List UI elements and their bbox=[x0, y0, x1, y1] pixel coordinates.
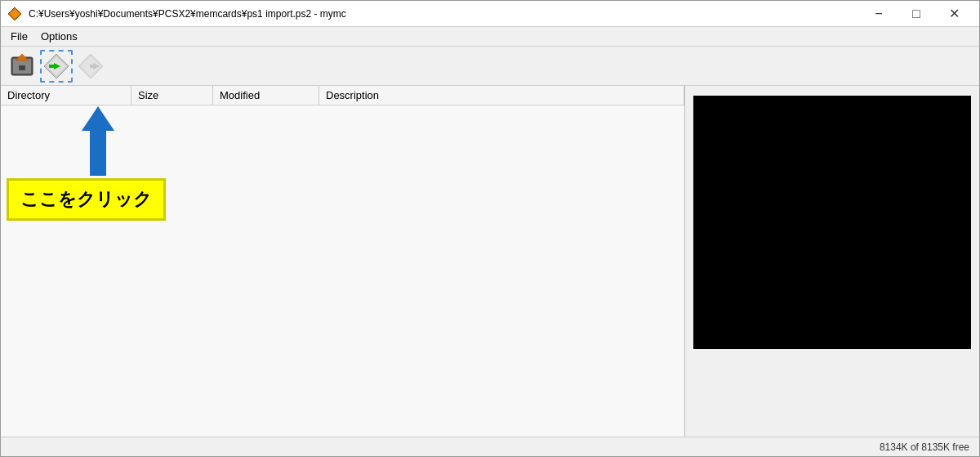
file-menu[interactable]: File bbox=[4, 29, 34, 44]
status-text: 8134K of 8135K free bbox=[880, 441, 969, 453]
list-panel: Directory Size Modified Description bbox=[1, 86, 685, 437]
export-button[interactable] bbox=[74, 50, 107, 83]
export-icon bbox=[77, 52, 105, 80]
options-menu[interactable]: Options bbox=[34, 29, 84, 44]
app-icon bbox=[7, 7, 22, 21]
status-bar: 8134K of 8135K free bbox=[1, 437, 979, 456]
window-controls: − □ ✕ bbox=[860, 1, 973, 27]
preview-image bbox=[693, 96, 971, 349]
col-modified-header[interactable]: Modified bbox=[213, 86, 319, 105]
svg-rect-13 bbox=[90, 65, 96, 68]
col-size-header[interactable]: Size bbox=[131, 86, 213, 105]
minimize-button[interactable]: − bbox=[860, 1, 898, 27]
col-directory-header[interactable]: Directory bbox=[1, 86, 131, 105]
open-button[interactable] bbox=[6, 50, 38, 83]
close-button[interactable]: ✕ bbox=[935, 1, 973, 27]
menu-bar: File Options bbox=[1, 27, 979, 47]
memcard-open-icon bbox=[8, 52, 36, 80]
content-area: Directory Size Modified Description bbox=[1, 86, 979, 437]
application-window: C:¥Users¥yoshi¥Documents¥PCSX2¥memcards¥… bbox=[0, 0, 980, 457]
import-icon bbox=[42, 52, 70, 80]
toolbar bbox=[1, 47, 979, 86]
maximize-button[interactable]: □ bbox=[898, 1, 935, 27]
list-body bbox=[1, 105, 684, 437]
window-title: C:¥Users¥yoshi¥Documents¥PCSX2¥memcards¥… bbox=[29, 8, 860, 20]
svg-rect-9 bbox=[49, 65, 57, 68]
col-description-header[interactable]: Description bbox=[319, 86, 684, 105]
title-bar: C:¥Users¥yoshi¥Documents¥PCSX2¥memcards¥… bbox=[1, 1, 979, 27]
import-button[interactable] bbox=[40, 50, 73, 83]
preview-panel bbox=[685, 86, 979, 437]
svg-rect-5 bbox=[19, 65, 25, 70]
list-header: Directory Size Modified Description bbox=[1, 86, 684, 105]
